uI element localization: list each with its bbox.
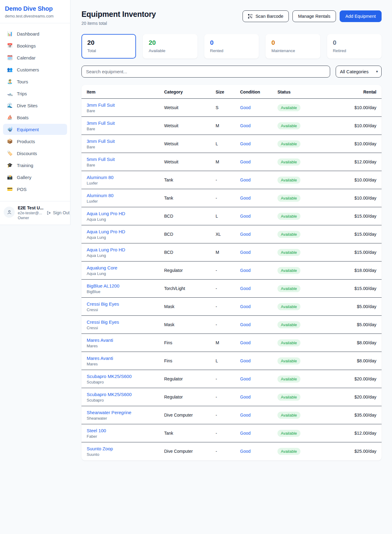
condition-link[interactable]: Good xyxy=(240,431,251,436)
item-name-link[interactable]: Mares Avanti xyxy=(87,338,113,343)
rental-cell: $12.00/day xyxy=(326,153,382,171)
stat-card-maintenance[interactable]: 0Maintenance xyxy=(266,34,320,59)
condition-link[interactable]: Good xyxy=(240,250,251,255)
stat-card-available[interactable]: 20Available xyxy=(143,34,197,59)
sidebar-item-bookings[interactable]: 📅Bookings xyxy=(3,40,67,51)
condition-cell: Good xyxy=(238,171,275,189)
category-select[interactable]: All Categories xyxy=(336,66,381,77)
stat-card-total[interactable]: 20Total xyxy=(81,34,136,59)
item-cell: Suunto ZoopSuunto xyxy=(81,442,162,460)
sidebar-item-training[interactable]: 🎓Training xyxy=(3,160,67,171)
status-cell: Available xyxy=(275,352,326,370)
condition-link[interactable]: Good xyxy=(240,232,251,237)
item-cell: 3mm Full SuitBare xyxy=(81,99,162,117)
item-name-link[interactable]: Aqua Lung Pro HD xyxy=(87,247,125,252)
item-name-link[interactable]: 3mm Full Suit xyxy=(87,102,115,108)
status-badge: Available xyxy=(277,394,300,401)
table-row: Scubapro MK25/S600ScubaproRegulator-Good… xyxy=(81,388,382,406)
stat-value: 20 xyxy=(149,39,191,46)
item-cell: Aqua Lung Pro HDAqua Lung xyxy=(81,207,162,225)
item-cell: 3mm Full SuitBare xyxy=(81,117,162,135)
condition-link[interactable]: Good xyxy=(240,177,251,182)
item-name-link[interactable]: Aqualung Core xyxy=(87,265,117,270)
manage-rentals-button[interactable]: Manage Rentals xyxy=(292,10,336,22)
sidebar-item-calendar[interactable]: 🗓️Calendar xyxy=(3,52,67,63)
item-name-link[interactable]: Mares Avanti xyxy=(87,356,113,361)
sidebar-item-gallery[interactable]: 📸Gallery xyxy=(3,172,67,183)
sidebar-item-discounts[interactable]: 🏷️Discounts xyxy=(3,148,67,159)
condition-link[interactable]: Good xyxy=(240,322,251,327)
sidebar-item-tours[interactable]: 🏝️Tours xyxy=(3,76,67,87)
sidebar-item-equipment[interactable]: 🤿Equipment xyxy=(3,124,67,135)
condition-link[interactable]: Good xyxy=(240,105,251,110)
item-name-link[interactable]: Suunto Zoop xyxy=(87,446,113,451)
item-name-link[interactable]: 3mm Full Suit xyxy=(87,120,115,126)
status-badge: Available xyxy=(277,158,300,166)
sidebar-item-products[interactable]: 📦Products xyxy=(3,136,67,147)
item-brand: Faber xyxy=(87,434,159,439)
item-name-link[interactable]: Aqua Lung Pro HD xyxy=(87,211,125,216)
status-badge: Available xyxy=(277,195,300,202)
condition-link[interactable]: Good xyxy=(240,123,251,128)
brand-title: Demo Dive Shop xyxy=(5,5,65,12)
item-name-link[interactable]: Aqua Lung Pro HD xyxy=(87,229,125,234)
condition-link[interactable]: Good xyxy=(240,141,251,146)
size-cell: M xyxy=(213,117,238,135)
sidebar-item-dashboard[interactable]: 📊Dashboard xyxy=(3,28,67,39)
sidebar-item-label: Training xyxy=(17,163,33,168)
item-name-link[interactable]: 3mm Full Suit xyxy=(87,139,115,144)
sign-out-button[interactable]: Sign Out xyxy=(47,210,70,215)
sidebar-item-boats[interactable]: ⛵Boats xyxy=(3,112,67,123)
condition-link[interactable]: Good xyxy=(240,340,251,345)
add-equipment-button[interactable]: Add Equipment xyxy=(340,10,382,22)
item-brand: BigBlue xyxy=(87,289,159,294)
status-cell: Available xyxy=(275,189,326,207)
category-cell: Dive Computer xyxy=(162,442,213,460)
item-name-link[interactable]: Aluminum 80 xyxy=(87,175,114,180)
condition-link[interactable]: Good xyxy=(240,196,251,200)
status-cell: Available xyxy=(275,334,326,352)
table-row: 5mm Full SuitBareWetsuitMGoodAvailable$1… xyxy=(81,153,382,171)
condition-link[interactable]: Good xyxy=(240,304,251,309)
item-name-link[interactable]: Aluminum 80 xyxy=(87,193,114,198)
condition-link[interactable]: Good xyxy=(240,376,251,381)
gallery-icon: 📸 xyxy=(7,174,13,180)
condition-link[interactable]: Good xyxy=(240,159,251,164)
item-name-link[interactable]: 5mm Full Suit xyxy=(87,157,115,162)
stat-card-rented[interactable]: 0Rented xyxy=(204,34,259,59)
condition-link[interactable]: Good xyxy=(240,449,251,454)
item-name-link[interactable]: Shearwater Peregrine xyxy=(87,410,131,415)
item-cell: Scubapro MK25/S600Scubapro xyxy=(81,370,162,388)
stat-card-retired[interactable]: 0Retired xyxy=(327,34,382,59)
scan-barcode-button[interactable]: Scan Barcode xyxy=(243,10,289,22)
sidebar-item-label: Bookings xyxy=(17,43,36,48)
condition-link[interactable]: Good xyxy=(240,286,251,291)
condition-link[interactable]: Good xyxy=(240,214,251,219)
item-name-link[interactable]: Steel 100 xyxy=(87,428,106,433)
item-name-link[interactable]: BigBlue AL1200 xyxy=(87,283,119,288)
condition-link[interactable]: Good xyxy=(240,358,251,363)
item-name-link[interactable]: Scubapro MK25/S600 xyxy=(87,374,132,379)
condition-link[interactable]: Good xyxy=(240,268,251,273)
sidebar-item-dive-sites[interactable]: 🌊Dive Sites xyxy=(3,100,67,111)
status-cell: Available xyxy=(275,316,326,334)
search-input[interactable] xyxy=(81,66,330,78)
condition-link[interactable]: Good xyxy=(240,413,251,418)
table-row: Aqua Lung Pro HDAqua LungBCDLGoodAvailab… xyxy=(81,207,382,225)
status-badge: Available xyxy=(277,339,300,346)
sidebar-item-pos[interactable]: 💳POS xyxy=(3,184,67,195)
sidebar-item-customers[interactable]: 👥Customers xyxy=(3,64,67,75)
status-cell: Available xyxy=(275,442,326,460)
sidebar-item-trips[interactable]: 🛥️Trips xyxy=(3,88,67,99)
item-name-link[interactable]: Cressi Big Eyes xyxy=(87,301,119,307)
item-name-link[interactable]: Cressi Big Eyes xyxy=(87,319,119,325)
table-row: Aluminum 80LuxferTank-GoodAvailable$10.0… xyxy=(81,189,382,207)
equipment-icon: 🤿 xyxy=(7,127,13,132)
user-panel: E2E Test U... e2e-tester@... Owner Sign … xyxy=(0,201,70,225)
page-header: Equipment Inventory 20 items total Scan … xyxy=(81,10,382,26)
item-name-link[interactable]: Scubapro MK25/S600 xyxy=(87,392,132,397)
condition-link[interactable]: Good xyxy=(240,395,251,399)
condition-cell: Good xyxy=(238,153,275,171)
status-badge: Available xyxy=(277,321,300,328)
manage-rentals-label: Manage Rentals xyxy=(298,14,330,19)
